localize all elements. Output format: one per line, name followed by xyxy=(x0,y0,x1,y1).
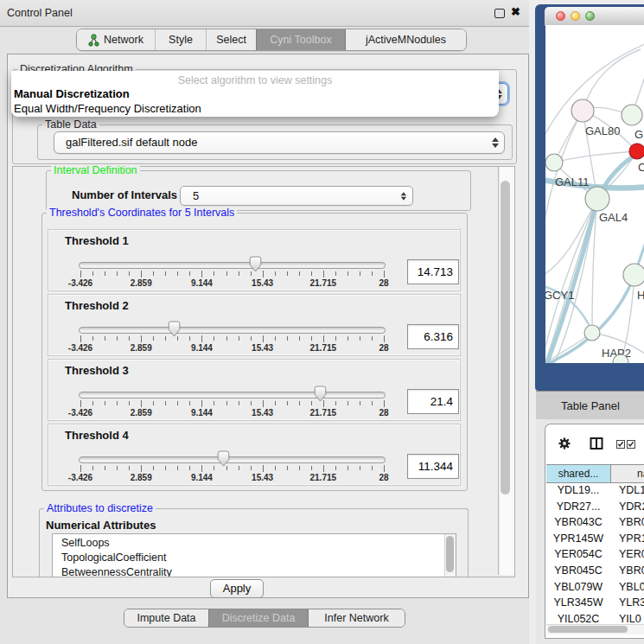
slider-tick-label: 21.715 xyxy=(302,473,345,482)
mac-zoom-button[interactable] xyxy=(585,11,595,21)
column-header-name[interactable]: name xyxy=(611,464,644,483)
threshold-value-field[interactable]: 14.713 xyxy=(407,259,459,284)
threshold-value-field[interactable]: 11.344 xyxy=(407,454,459,479)
table-scrollbar-thumb[interactable] xyxy=(548,626,628,633)
attributes-list-item[interactable]: BetweennessCentrality xyxy=(61,566,172,577)
slider-tick xyxy=(275,336,276,341)
dropdown-option[interactable]: Equal Width/Frequency Discretization xyxy=(14,102,201,115)
table-cell-name: YBL0 xyxy=(619,581,644,593)
table-settings-button[interactable] xyxy=(558,437,571,450)
parameters-scrollbar-thumb[interactable] xyxy=(501,181,510,494)
tab-label: Impute Data xyxy=(137,612,195,624)
table-row[interactable]: YLR345WYLR3 xyxy=(546,595,644,611)
parameters-vertical-scrollbar[interactable] xyxy=(498,167,514,575)
slider-tick xyxy=(275,401,276,405)
slider-tick xyxy=(384,465,385,472)
slider-tick xyxy=(214,466,214,470)
bottom-tab-bar: Impute DataDiscretize DataInfer Network xyxy=(124,609,405,628)
table-row[interactable]: YDR27...YDR2 xyxy=(546,499,644,515)
table-row[interactable]: YER054CYER0 xyxy=(546,546,644,563)
slider-tick xyxy=(226,271,227,276)
select-columns-button[interactable] xyxy=(616,437,635,447)
network-node[interactable] xyxy=(585,187,609,211)
table-row[interactable]: YPR145WYPR1 xyxy=(546,531,644,547)
table-row[interactable]: YDL19...YDL1 xyxy=(546,482,644,499)
attributes-list-item[interactable]: SelfLoops xyxy=(61,537,110,552)
tab-infer-network[interactable]: Infer Network xyxy=(308,609,405,627)
table-horizontal-scrollbar[interactable] xyxy=(546,624,644,634)
threshold-label: Threshold 3 xyxy=(65,364,129,377)
network-node[interactable] xyxy=(622,105,642,125)
network-window-titlebar[interactable] xyxy=(545,7,644,26)
table-cell-name: YIL0 xyxy=(619,613,641,624)
slider-tick xyxy=(299,271,300,276)
threshold-value-field[interactable]: 21.4 xyxy=(407,389,459,414)
slider-tick-label: 9.144 xyxy=(180,408,223,418)
table-row[interactable]: YBR043CYBR0 xyxy=(546,514,644,531)
attributes-list[interactable]: SelfLoopsTopologicalCoefficientBetweenne… xyxy=(52,533,456,577)
mac-close-button[interactable] xyxy=(556,11,565,21)
slider-thumb[interactable] xyxy=(249,256,262,272)
attributes-list-scrollbar-thumb[interactable] xyxy=(446,536,454,572)
slider-tick xyxy=(165,271,166,276)
dropdown-hint: Select algorithm to view settings xyxy=(11,74,499,86)
dropdown-option[interactable]: Manual Discretization xyxy=(14,87,130,100)
slider-thumb[interactable] xyxy=(314,386,327,402)
slider-tick xyxy=(360,336,360,341)
slider-track[interactable] xyxy=(79,327,386,334)
tab-style[interactable]: Style xyxy=(155,29,206,50)
show-columns-button[interactable] xyxy=(590,437,603,450)
table-panel-header-bar: Table Panel xyxy=(536,391,644,420)
network-node-label: G. xyxy=(634,128,644,141)
slider-tick xyxy=(372,271,373,276)
network-edge xyxy=(583,49,641,111)
table-row[interactable]: YBR045CYBR0 xyxy=(546,563,644,579)
checkboxes-icon xyxy=(616,440,635,450)
network-node[interactable] xyxy=(584,325,600,341)
number-of-intervals-label: Number of Intervals xyxy=(72,188,177,201)
table-cell-shared-name: YDL19... xyxy=(546,484,610,496)
slider-track[interactable] xyxy=(79,262,386,269)
network-node[interactable] xyxy=(545,154,563,171)
tab-network[interactable]: Network xyxy=(77,29,155,50)
slider-thumb[interactable] xyxy=(168,321,181,337)
slider-tick xyxy=(360,401,360,405)
tab-cyni-toolbox[interactable]: Cyni Toolbox xyxy=(256,29,345,50)
node-table-rows[interactable]: YDL19...YDL1YDR27...YDR2YBR043CYBR0YPR14… xyxy=(546,482,644,624)
column-header-shared-name[interactable]: shared... xyxy=(546,464,611,483)
slider-tick-label: -3.426 xyxy=(59,278,102,288)
network-node[interactable] xyxy=(629,143,644,159)
apply-button[interactable]: Apply xyxy=(210,579,264,598)
float-button[interactable] xyxy=(494,9,505,18)
slider-tick xyxy=(129,401,130,405)
slider-tick xyxy=(263,465,264,472)
tab-jactivemnodules[interactable]: jActiveMNodules xyxy=(345,29,466,50)
threshold-value-field[interactable]: 6.316 xyxy=(407,324,459,349)
network-node[interactable] xyxy=(623,264,644,286)
network-node[interactable] xyxy=(571,99,594,122)
mac-minimize-button[interactable] xyxy=(571,11,580,21)
slider-tick xyxy=(348,401,348,405)
spinner-arrows-icon xyxy=(400,191,406,201)
table-row[interactable]: YIL052CYIL0 xyxy=(546,611,644,624)
tab-select[interactable]: Select xyxy=(206,29,256,50)
slider-thumb[interactable] xyxy=(217,450,230,467)
network-canvas[interactable]: GAL80G.CGAL11GAL4GCY1HHAP2 xyxy=(545,25,644,363)
slider-tick-label: 9.144 xyxy=(180,473,223,482)
slider-track[interactable] xyxy=(79,456,386,463)
attributes-list-scrollbar[interactable] xyxy=(444,534,456,577)
number-of-intervals-spinner[interactable]: 5 xyxy=(180,186,413,206)
network-edge xyxy=(545,111,583,278)
slider-tick xyxy=(239,271,239,276)
attributes-list-item[interactable]: TopologicalCoefficient xyxy=(61,552,166,566)
slider-tick xyxy=(201,335,202,342)
table-row[interactable]: YBL079WYBL0 xyxy=(546,579,644,596)
tab-impute-data[interactable]: Impute Data xyxy=(124,609,208,627)
table-data-combobox[interactable]: galFiltered.sif default node xyxy=(54,131,505,154)
slider-tick xyxy=(275,271,276,276)
slider-track[interactable] xyxy=(79,392,386,399)
table-cell-name: YPR1 xyxy=(619,532,644,545)
close-button[interactable]: ✖ xyxy=(511,3,523,21)
tab-discretize-data[interactable]: Discretize Data xyxy=(208,609,308,627)
network-window[interactable]: GAL80G.CGAL11GAL4GCY1HHAP2 xyxy=(535,4,644,391)
